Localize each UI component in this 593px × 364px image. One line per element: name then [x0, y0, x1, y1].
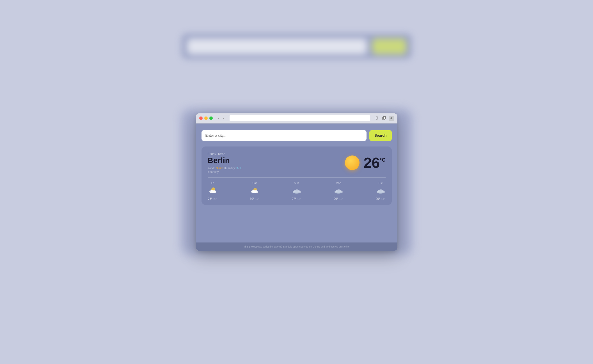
- bg-blur-search-decoration: [182, 34, 412, 59]
- forecast-low-sun: 17°: [297, 198, 301, 200]
- temperature-unit: °C: [380, 157, 385, 163]
- forecast-day-fri: Fri 28° 20°: [208, 182, 218, 201]
- search-button[interactable]: Search: [369, 130, 391, 141]
- search-section: Search: [202, 130, 392, 141]
- humidity-label: Humidity:: [223, 167, 236, 170]
- close-button[interactable]: [199, 116, 203, 120]
- footer-text-and: and: [320, 245, 326, 248]
- forecast-day-sat: Sat 30° 17°: [249, 182, 260, 201]
- forecast-grid: Fri 28° 20°: [208, 182, 386, 201]
- wind-label: Wind:: [208, 167, 216, 170]
- forecast-temps-mon: 20° 15°: [334, 196, 343, 201]
- forecast-temps-sun: 27° 17°: [292, 196, 301, 201]
- url-bar[interactable]: [230, 115, 370, 121]
- forecast-low-sat: 17°: [255, 198, 259, 200]
- svg-point-15: [293, 191, 300, 194]
- footer-netlify-link[interactable]: and hosted on Netlify: [326, 245, 349, 248]
- titlebar-actions: +: [374, 116, 394, 121]
- weather-details: Wind: 7km/h Humidity: 37%: [208, 167, 242, 170]
- weather-temperature: 26 °C: [363, 155, 385, 170]
- nav-arrows: ‹ ›: [217, 116, 225, 121]
- forecast-icon-sat: [249, 186, 260, 194]
- forecast-icon-mon: [333, 186, 344, 194]
- share-icon[interactable]: [374, 116, 379, 121]
- forecast-temps-sat: 30° 17°: [250, 196, 259, 201]
- browser-titlebar: ‹ › +: [196, 113, 397, 123]
- traffic-lights: [199, 116, 213, 120]
- duplicate-icon[interactable]: [382, 116, 387, 121]
- forecast-high-fri: 28°: [208, 197, 212, 200]
- svg-point-7: [213, 191, 216, 193]
- forecast-low-fri: 20°: [213, 198, 217, 200]
- forecast-low-tue: 14°: [381, 198, 385, 200]
- forecast-low-mon: 15°: [339, 198, 343, 200]
- forecast-day-label-sat: Sat: [252, 182, 257, 185]
- browser-window: ‹ › +: [196, 113, 397, 251]
- forecast-temps-fri: 28° 20°: [208, 196, 217, 201]
- forecast-day-label-fri: Fri: [211, 182, 214, 185]
- weather-city: Berlin: [208, 156, 242, 165]
- forecast-temps-tue: 20° 14°: [376, 196, 385, 201]
- temperature-value: 26: [363, 155, 380, 170]
- footer-github-link[interactable]: open-sourced on Github: [293, 245, 320, 248]
- new-tab-button[interactable]: +: [389, 116, 394, 121]
- sun-icon: [345, 155, 360, 170]
- forecast-day-label-tue: Tue: [378, 182, 383, 185]
- forecast-high-mon: 20°: [334, 197, 338, 200]
- forecast-high-sun: 27°: [292, 197, 296, 200]
- footer-text-middle: , is: [289, 245, 293, 248]
- humidity-value: 37%: [236, 167, 242, 170]
- svg-point-19: [335, 191, 342, 194]
- maximize-button[interactable]: [209, 116, 213, 120]
- svg-rect-0: [376, 117, 378, 119]
- forecast-day-tue: Tue 20° 14°: [376, 182, 386, 201]
- weather-description: clear sky: [208, 170, 242, 173]
- forecast-high-sat: 30°: [250, 197, 254, 200]
- forecast-day-label-mon: Mon: [336, 182, 341, 185]
- weather-left: Friday, 18:58 Berlin Wind: 7km/h Humidit…: [208, 152, 242, 173]
- forecast-high-tue: 20°: [376, 197, 380, 200]
- footer-text-before: This project was coded by: [244, 245, 274, 248]
- forecast-icon-fri: [208, 186, 218, 194]
- footer-author-link[interactable]: Salomé Erard: [274, 245, 289, 248]
- forecast-icon-tue: [376, 186, 386, 194]
- forecast-day-label-sun: Sun: [294, 182, 299, 185]
- weather-date: Friday, 18:58: [208, 152, 242, 155]
- city-search-input[interactable]: [202, 130, 367, 141]
- weather-divider: [208, 177, 386, 178]
- app-content: Search Friday, 18:58 Berlin Wind: 7km/h …: [196, 123, 397, 242]
- forecast-day-mon: Mon 20° 15°: [333, 182, 344, 201]
- minimize-button[interactable]: [204, 116, 208, 120]
- forecast-icon-sun: [292, 186, 302, 194]
- forecast-day-sun: Sun 27° 17°: [292, 182, 302, 201]
- wind-value: 7km/h: [216, 167, 223, 170]
- weather-card: Friday, 18:58 Berlin Wind: 7km/h Humidit…: [202, 146, 392, 205]
- svg-point-23: [377, 191, 384, 194]
- footer: This project was coded by Salomé Erard, …: [196, 242, 397, 251]
- forward-arrow-icon[interactable]: ›: [222, 116, 225, 121]
- svg-rect-2: [383, 116, 386, 119]
- weather-right: 26 °C: [345, 155, 385, 170]
- back-arrow-icon[interactable]: ‹: [217, 116, 221, 121]
- weather-main: Friday, 18:58 Berlin Wind: 7km/h Humidit…: [208, 152, 386, 173]
- svg-point-11: [255, 191, 258, 193]
